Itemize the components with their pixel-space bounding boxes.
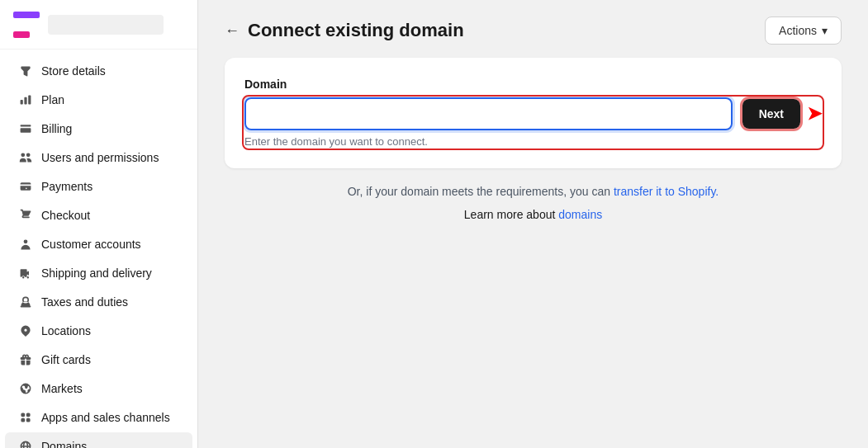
payments-icon (18, 179, 33, 194)
sidebar-item-shipping-delivery[interactable]: Shipping and delivery (5, 259, 192, 287)
sidebar: Store details Plan Billing Users and per… (0, 0, 198, 448)
domain-input-row: Next ➤ (244, 97, 822, 130)
actions-button[interactable]: Actions ▾ (765, 17, 842, 45)
transfer-note: Or, if your domain meets the requirement… (225, 185, 842, 198)
back-button[interactable]: ← (225, 22, 240, 40)
domain-card: Domain Next ➤ Enter the domain you want … (225, 58, 842, 168)
domain-hint: Enter the domain you want to connect. (244, 135, 822, 148)
next-button-area: Next ➤ (742, 99, 822, 129)
actions-label: Actions (779, 24, 817, 37)
sidebar-label-checkout: Checkout (41, 209, 90, 222)
learn-more: Learn more about domains (225, 208, 842, 221)
sidebar-label-domains: Domains (41, 440, 87, 448)
sidebar-item-gift-cards[interactable]: Gift cards (5, 346, 192, 374)
logo-icon (13, 12, 40, 38)
sidebar-label-shipping-delivery: Shipping and delivery (41, 266, 152, 280)
sidebar-logo (0, 0, 197, 50)
transfer-text: Or, if your domain meets the requirement… (348, 185, 610, 198)
main-content: ← Connect existing domain Actions ▾ Doma… (198, 0, 868, 448)
sidebar-item-locations[interactable]: Locations (5, 317, 192, 345)
domains-icon (18, 439, 33, 448)
sidebar-item-markets[interactable]: Markets (5, 375, 192, 403)
transfer-link[interactable]: transfer it to Shopify. (614, 185, 719, 198)
sidebar-label-plan: Plan (41, 93, 64, 106)
sidebar-label-payments: Payments (41, 180, 92, 193)
sidebar-item-apps-sales-channels[interactable]: Apps and sales channels (5, 403, 192, 431)
domain-input-wrapper (244, 97, 733, 130)
sidebar-label-markets: Markets (41, 382, 83, 395)
sidebar-item-taxes-duties[interactable]: Taxes and duties (5, 288, 192, 316)
sidebar-label-customer-accounts: Customer accounts (41, 238, 141, 251)
arrow-annotation: ➤ (807, 103, 822, 125)
sidebar-item-customer-accounts[interactable]: Customer accounts (5, 230, 192, 258)
chevron-down-icon: ▾ (822, 24, 828, 37)
sidebar-label-taxes-duties: Taxes and duties (41, 295, 128, 309)
customer-accounts-icon (18, 237, 33, 252)
sidebar-item-store-details[interactable]: Store details (5, 57, 192, 85)
store-icon (18, 64, 33, 78)
sidebar-item-users-permissions[interactable]: Users and permissions (5, 144, 192, 172)
sidebar-item-domains[interactable]: Domains (5, 432, 192, 448)
next-button[interactable]: Next (742, 99, 800, 129)
sidebar-label-store-details: Store details (41, 64, 106, 78)
shipping-icon (18, 266, 33, 281)
logo-bar-bottom (13, 31, 30, 38)
sidebar-item-billing[interactable]: Billing (5, 115, 192, 143)
billing-icon (18, 121, 33, 136)
store-name-placeholder (48, 15, 164, 35)
domains-link[interactable]: domains (558, 208, 602, 221)
learn-prefix: Learn more about (464, 208, 556, 221)
plan-icon (18, 92, 33, 107)
svg-rect-1 (21, 128, 31, 133)
sidebar-label-locations: Locations (41, 324, 91, 337)
apps-icon (18, 410, 33, 425)
sidebar-label-gift-cards: Gift cards (41, 353, 91, 366)
sidebar-label-users-permissions: Users and permissions (41, 151, 159, 164)
svg-rect-0 (21, 125, 31, 126)
sidebar-item-payments[interactable]: Payments (5, 172, 192, 200)
page-header: ← Connect existing domain Actions ▾ (198, 0, 868, 58)
sidebar-label-billing: Billing (41, 122, 72, 135)
sidebar-item-checkout[interactable]: Checkout (5, 201, 192, 229)
page-title: Connect existing domain (248, 20, 464, 41)
gift-icon (18, 352, 33, 367)
checkout-icon (18, 208, 33, 223)
domain-field-label: Domain (244, 78, 822, 91)
domain-input[interactable] (246, 99, 731, 129)
sidebar-label-apps-sales-channels: Apps and sales channels (41, 411, 170, 424)
taxes-icon (18, 295, 33, 309)
domain-input-highlight: Next ➤ Enter the domain you want to conn… (244, 97, 822, 148)
users-icon (18, 150, 33, 165)
nav-list: Store details Plan Billing Users and per… (0, 50, 197, 448)
logo-bar-top (13, 12, 40, 18)
header-left: ← Connect existing domain (225, 20, 464, 41)
sidebar-item-plan[interactable]: Plan (5, 86, 192, 114)
markets-icon (18, 381, 33, 396)
locations-icon (18, 323, 33, 338)
